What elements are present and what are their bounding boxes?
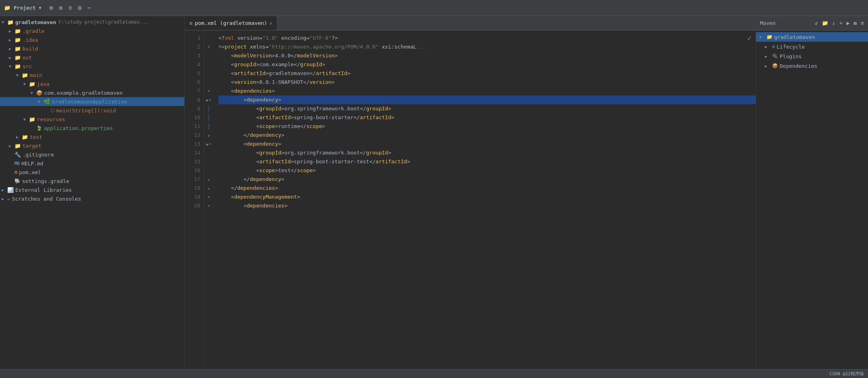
bracket-12: </ bbox=[244, 131, 250, 140]
target-label: target bbox=[22, 143, 41, 149]
bracket-19b: > bbox=[297, 193, 300, 201]
indent-15 bbox=[218, 157, 256, 166]
tree-item-package[interactable]: ▼ 📦 com.example.gradletomaven bbox=[0, 88, 184, 97]
tree-item-build[interactable]: ▶ 📁 build bbox=[0, 44, 184, 53]
tree-item-settings-gradle[interactable]: ▶ 🐘 settings.gradle bbox=[0, 177, 184, 185]
gutter-line-12[interactable]: ▲ bbox=[204, 131, 214, 140]
fold-icon[interactable]: ▼ bbox=[208, 45, 210, 49]
maven-item-gradletomaven[interactable]: ▼ 📁 gradletomaven bbox=[756, 32, 868, 42]
tree-item-gradle[interactable]: ▶ 📁 .gradle bbox=[0, 26, 184, 35]
maven-arrow-lifecycle: ▶ bbox=[765, 45, 770, 49]
more-icon[interactable]: ≡ bbox=[861, 20, 864, 26]
fold-icon-18[interactable]: ▲ bbox=[208, 186, 210, 190]
gutter-line-18[interactable]: ▲ bbox=[204, 184, 214, 193]
gitignore-label: .gitignore bbox=[22, 152, 54, 158]
settings-icon[interactable]: ⚙ bbox=[78, 4, 82, 12]
bracket-5c: </ bbox=[310, 69, 316, 78]
gutter-line-7[interactable]: ▼ bbox=[204, 87, 214, 96]
tab-close-button[interactable]: ✕ bbox=[269, 20, 272, 26]
tree-item-pom[interactable]: ▶ m pom.xml bbox=[0, 168, 184, 177]
gutter-line-13[interactable]: ▶ ▼ bbox=[204, 140, 214, 148]
out-label: out bbox=[22, 55, 32, 61]
tree-item-main[interactable]: ▼ 📁 main bbox=[0, 71, 184, 79]
gutter-line-8[interactable]: ▶ ▼ bbox=[204, 96, 214, 104]
bracket-5b: > bbox=[265, 69, 269, 78]
list-icon[interactable]: ≡ bbox=[59, 4, 63, 12]
editor-content[interactable]: 1 2 3 4 5 6 7 8 9 10 11 12 13 14 15 16 1… bbox=[185, 30, 756, 369]
code-line-3: <modelVersion>4.0.0</modelVersion> bbox=[218, 51, 756, 60]
download-icon[interactable]: ↓ bbox=[832, 20, 835, 26]
bracket-20: < bbox=[244, 201, 247, 210]
gutter-line-17[interactable]: ▲ bbox=[204, 175, 214, 184]
title-bar: 📁 Project ▼ ⊕ ≡ ≎ ⚙ − bbox=[0, 0, 868, 16]
tree-item-src[interactable]: ▼ 📁 src bbox=[0, 62, 184, 71]
project-icon: 📁 bbox=[4, 5, 10, 11]
tree-item-java[interactable]: ▼ 📁 java bbox=[0, 79, 184, 88]
tree-item-test[interactable]: ▶ 📁 test bbox=[0, 132, 184, 141]
tag-artid-10-close: artifactId bbox=[360, 113, 391, 122]
tag-deps: dependencies bbox=[234, 87, 272, 96]
maven-item-lifecycle[interactable]: ▶ ⚙ Lifecycle bbox=[756, 42, 868, 51]
tab-label: pom.xml (gradletomaven) bbox=[195, 20, 267, 26]
arrow-right: ▶ bbox=[9, 47, 14, 51]
main-label: main bbox=[30, 72, 42, 78]
fold-icon-19[interactable]: ▼ bbox=[208, 195, 210, 199]
fold-icon-8[interactable]: ▼ bbox=[209, 98, 211, 102]
tag-project: project bbox=[225, 43, 247, 51]
add-maven-icon[interactable]: 📁 bbox=[822, 20, 828, 26]
tag-groupid-14-close: groupId bbox=[366, 148, 388, 157]
minimize-icon[interactable]: − bbox=[87, 4, 91, 12]
editor-area: m pom.xml (gradletomaven) ✕ 1 2 3 4 5 6 … bbox=[185, 16, 756, 369]
scratch-icon: ✏️ bbox=[7, 196, 10, 202]
tag-artid-15: artifactId bbox=[259, 157, 291, 166]
spring-gutter-icon[interactable]: ▶ bbox=[206, 98, 209, 102]
tree-item-scratches[interactable]: ▶ ✏️ Scratches and Consoles bbox=[0, 194, 184, 203]
tree-item-gitignore[interactable]: ▶ 🔧 .gitignore bbox=[0, 150, 184, 159]
bracket-3d: > bbox=[335, 51, 338, 60]
tree-item-main-method[interactable]: ▶ ⬡ main(String[]):void bbox=[0, 106, 184, 115]
bracket-15d: > bbox=[407, 157, 410, 166]
fold-icon-7[interactable]: ▼ bbox=[208, 89, 210, 93]
maven-item-dependencies[interactable]: ▶ 📦 Dependencies bbox=[756, 61, 868, 71]
fold-icon-13[interactable]: ▼ bbox=[209, 142, 211, 146]
bracket-3b: > bbox=[272, 51, 275, 60]
tab-pom-xml[interactable]: m pom.xml (gradletomaven) ✕ bbox=[185, 16, 277, 30]
tree-item-target[interactable]: ▶ 📁 target bbox=[0, 141, 184, 150]
maven-item-plugins[interactable]: ▶ 🔌 Plugins bbox=[756, 51, 868, 61]
bracket-14: < bbox=[256, 148, 259, 157]
add-icon[interactable]: ⊕ bbox=[49, 4, 53, 12]
text-15: spring-boot-starter-test bbox=[294, 157, 369, 166]
run-icon[interactable]: ▶ bbox=[847, 20, 850, 26]
tree-item-app-props[interactable]: ▶ 🍃 application.properties bbox=[0, 124, 184, 132]
maven-panel-content: ▼ 📁 gradletomaven ▶ ⚙ Lifecycle ▶ 🔌 Plug… bbox=[756, 30, 868, 369]
fold-icon-20[interactable]: ▼ bbox=[208, 204, 210, 208]
gutter-line-19[interactable]: ▼ bbox=[204, 193, 214, 201]
split-icon[interactable]: ≎ bbox=[68, 4, 72, 12]
gutter-line-20[interactable]: ▼ bbox=[204, 201, 214, 210]
fold-icon-12[interactable]: ▲ bbox=[208, 133, 210, 137]
package-label: com.example.gradletomaven bbox=[44, 90, 123, 96]
tree-item-ext-libs[interactable]: ▶ 📊 External Libraries bbox=[0, 185, 184, 194]
tree-item-idea[interactable]: ▶ 📁 .idea bbox=[0, 35, 184, 44]
tree-item-out[interactable]: ▶ 📁 out bbox=[0, 53, 184, 62]
gutter-line-15 bbox=[204, 157, 214, 166]
gutter-line-2[interactable]: ▼ bbox=[204, 43, 214, 51]
indent-19 bbox=[218, 193, 231, 201]
tag-groupid-9: groupId bbox=[259, 104, 281, 113]
bracket: <? bbox=[218, 34, 225, 43]
attr-version-val: "1.0" bbox=[263, 34, 278, 43]
maven-panel-icons: ↺ 📁 ↓ + ▶ m ≡ bbox=[815, 20, 864, 26]
tree-item-help[interactable]: ▶ MD HELP.md bbox=[0, 159, 184, 168]
refresh-icon[interactable]: ↺ bbox=[815, 20, 818, 26]
tree-item-resources[interactable]: ▼ 📁 resources bbox=[0, 115, 184, 124]
maven-m-icon[interactable]: m bbox=[854, 20, 857, 26]
tree-item-gradletomaven[interactable]: ▼ 📁 gradletomaven F:\study-project\gradl… bbox=[0, 18, 184, 26]
add-icon-maven[interactable]: + bbox=[839, 20, 843, 26]
spring-gutter-icon-13[interactable]: ▶ bbox=[206, 142, 209, 146]
java-label: java bbox=[37, 81, 49, 87]
code-area[interactable]: <?xml version="1.0" encoding="UTF-8"?> ▼… bbox=[214, 30, 756, 369]
dropdown-arrow[interactable]: ▼ bbox=[39, 6, 41, 10]
fold-icon-17[interactable]: ▲ bbox=[208, 177, 210, 181]
tree-item-app-class[interactable]: ▼ 🌿 GradletomavenApplication bbox=[0, 97, 184, 106]
bracket-6: < bbox=[231, 78, 234, 87]
